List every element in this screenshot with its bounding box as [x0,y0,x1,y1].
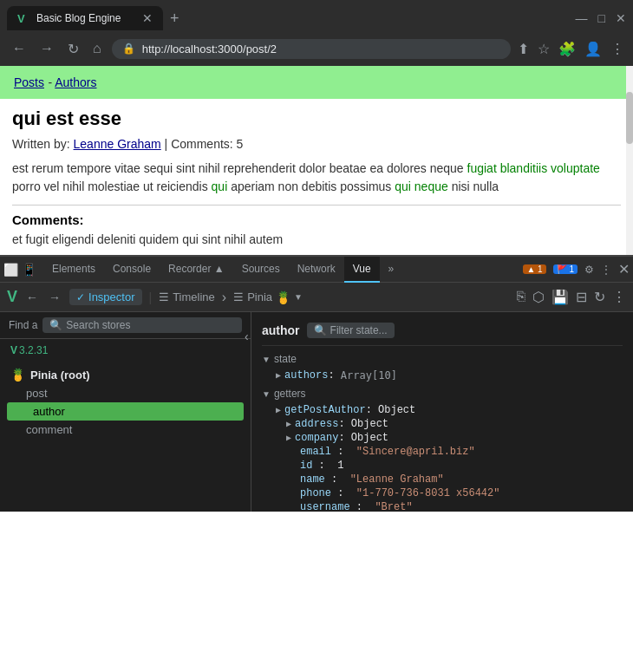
minimize-icon[interactable]: — [576,11,588,25]
filter-state-input[interactable]: 🔍 Filter state... [307,323,395,338]
authors-expand-arrow[interactable]: ▶ [276,370,281,381]
devtools-inspect-icon[interactable]: ⬜ [3,263,18,277]
author-store-label: author [33,405,65,418]
state-label: state [274,353,297,365]
tab-close-button[interactable]: ✕ [142,11,153,25]
inspector-label: Inspector [88,290,134,303]
active-tab[interactable]: V Basic Blog Engine ✕ [7,6,163,30]
company-arrow[interactable]: ▶ [286,433,291,443]
get-post-author-arrow[interactable]: ▶ [276,405,281,415]
inspector-button[interactable]: ✓ Inspector [69,289,141,305]
close-window-icon[interactable]: ✕ [616,11,626,25]
vue-devtools-toolbar: V ← → ✓ Inspector | ☰ Timeline › ☰ Pinia… [0,283,633,312]
getters-section-label: ▼ getters [262,388,623,400]
devtools-close-button[interactable]: ✕ [618,261,630,277]
tab-title: Basic Blog Engine [36,12,135,24]
panel-collapse-handle[interactable]: ‹ [245,329,249,343]
inspector-icon: ✓ [76,291,85,303]
open-in-editor-icon[interactable]: ⬡ [532,289,545,305]
authors-value: Array[10] [341,369,397,382]
maximize-icon[interactable]: □ [598,11,605,25]
timeline-button[interactable]: ☰ Timeline [159,290,215,303]
forward-toolbar-button[interactable]: → [47,289,62,306]
phone-prop: phone : "1-770-736-8031 x56442" [262,486,623,500]
refresh-devtools-icon[interactable]: ↻ [594,289,605,305]
pinia-dropdown-icon[interactable]: ▼ [294,292,303,302]
authors-prop[interactable]: ▶ authors : Array[10] [262,369,623,382]
copy-component-icon[interactable]: ⎘ [517,289,525,305]
nav-bar: ← → ↻ ⌂ 🔒 http://localhost:3000/post/2 ⬆… [0,31,633,66]
profile-icon[interactable]: 👤 [584,41,602,57]
post-area: qui est esse Written by: Leanne Graham |… [0,99,633,255]
pinia-button[interactable]: ☰ Pinia 🍍 ▼ [233,290,303,304]
author-link[interactable]: Leanne Graham [74,137,161,151]
company-key: company [295,432,338,444]
url-display: http://localhost:3000/post/2 [142,42,277,55]
get-post-author-prop[interactable]: ▶ getPostAuthor : Object [262,403,623,417]
reload-button[interactable]: ↻ [64,39,82,59]
post-meta: Written by: Leanne Graham | Comments: 5 [12,137,621,151]
back-button[interactable]: ← [9,39,29,58]
divider-1: | [149,290,153,304]
address-bar[interactable]: 🔒 http://localhost:3000/post/2 [112,39,511,59]
devtools-more-icon[interactable]: ⋮ [601,264,611,276]
menu-icon[interactable]: ⋮ [610,41,624,57]
new-tab-button[interactable]: + [170,10,179,28]
tab-network[interactable]: Network [289,257,344,283]
pinia-root-label: Pinia (root) [30,369,90,382]
search-stores-input[interactable]: 🔍 Search stores [42,317,242,333]
bookmark-icon[interactable]: ☆ [538,41,550,57]
highlight-1: fugiat blanditiis voluptate [467,161,600,175]
authors-link[interactable]: Authors [55,75,96,89]
devtools-tab-bar: ⬜ 📱 Elements Console Recorder ▲ Sources … [0,257,633,283]
share-icon[interactable]: ⬆ [518,41,529,57]
post-divider [12,205,621,206]
state-collapse-arrow[interactable]: ▼ [262,355,271,364]
back-toolbar-button[interactable]: ← [24,289,40,306]
devtools-device-icon[interactable]: 📱 [22,263,36,277]
pinia-root-item[interactable]: 🍍 Pinia (root) [0,365,251,384]
posts-link[interactable]: Posts [14,75,44,89]
post-meta-prefix: Written by: [12,137,74,151]
devtools-toolbar-more-icon[interactable]: ⋮ [612,289,626,305]
split-icon[interactable]: ⊟ [576,289,587,305]
version-row: V 3.2.31 [0,339,251,362]
devtools-panel: ⬜ 📱 Elements Console Recorder ▲ Sources … [0,255,633,512]
save-state-icon[interactable]: 💾 [551,289,569,305]
getters-collapse-arrow[interactable]: ▼ [262,389,271,399]
store-item-post[interactable]: post [0,384,251,402]
email-key: email [300,446,331,458]
tab-recorder[interactable]: Recorder ▲ [160,257,233,283]
post-meta-suffix: | Comments: 5 [161,137,244,151]
store-item-author[interactable]: author [7,402,244,421]
id-value: 1 [337,460,343,472]
address-arrow[interactable]: ▶ [286,419,291,429]
forward-button[interactable]: → [36,39,57,58]
tab-bar: V Basic Blog Engine ✕ + — □ ✕ [0,0,633,31]
extensions-icon[interactable]: 🧩 [558,41,576,57]
devtools-main: Find a 🔍 Search stores V 3.2.31 🍍 Pinia … [0,312,633,512]
company-prop[interactable]: ▶ company : Object [262,431,623,445]
toolbar-right-controls: ⎘ ⬡ 💾 ⊟ ↻ ⋮ [517,289,626,305]
page-scrollbar[interactable] [626,66,633,255]
getters-label: getters [274,388,306,400]
page-content: Posts - Authors qui est esse Written by:… [0,66,633,255]
tab-vue[interactable]: Vue [344,257,380,283]
phone-value: "1-770-736-8031 x56442" [356,487,500,499]
id-key: id [300,460,312,472]
filter-placeholder: Filter state... [330,324,388,336]
store-name: author [262,323,300,337]
scrollbar-thumb[interactable] [626,92,633,144]
home-button[interactable]: ⌂ [89,39,105,58]
tab-console[interactable]: Console [104,257,160,283]
username-prop: username : "Bret" [262,500,623,512]
store-item-comment[interactable]: comment [0,421,251,439]
tab-more[interactable]: » [380,257,403,283]
tab-elements[interactable]: Elements [43,257,104,283]
settings-icon[interactable]: ⚙ [584,264,594,276]
filter-icon: 🔍 [314,324,327,336]
highlight-3: qui neque [395,179,448,193]
info-badge: 🚩 1 [553,264,578,274]
address-prop[interactable]: ▶ address : Object [262,417,623,431]
tab-sources[interactable]: Sources [233,257,289,283]
